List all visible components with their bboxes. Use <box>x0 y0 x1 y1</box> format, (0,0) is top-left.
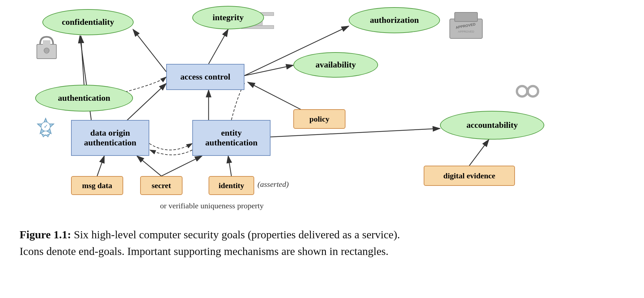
svg-rect-27 <box>46 51 48 54</box>
svg-rect-25 <box>43 40 50 48</box>
or-verifiable-text: or verifiable uniqueness property <box>98 201 326 210</box>
integrity-node: integrity <box>192 6 264 29</box>
entity-auth-label: entity authentication <box>205 128 257 148</box>
svg-line-12 <box>97 156 104 176</box>
secret-label: secret <box>152 181 171 190</box>
access-control-label: access control <box>180 72 230 82</box>
asserted-text: (asserted) <box>257 180 289 189</box>
authentication-node: authentication <box>35 85 133 112</box>
authorization-label: authorization <box>370 15 419 25</box>
data-origin-label: data origin authentication <box>84 128 136 148</box>
policy-node: policy <box>293 109 345 129</box>
identity-node: identity <box>209 176 254 195</box>
authentication-label: authentication <box>58 93 110 103</box>
svg-line-4 <box>123 83 166 124</box>
caption-text2: Icons denote end-goals. Important suppor… <box>20 245 388 257</box>
availability-node: availability <box>293 52 378 78</box>
svg-line-7 <box>209 29 228 64</box>
figure-caption: Figure 1.1: Six high-level computer secu… <box>0 222 644 266</box>
svg-line-13 <box>137 156 161 176</box>
svg-point-34 <box>517 86 527 97</box>
digital-evidence-node: digital evidence <box>424 166 515 186</box>
entity-auth-node: entity authentication <box>192 120 271 156</box>
confidentiality-label: confidentiality <box>62 17 114 27</box>
svg-line-16 <box>469 140 489 166</box>
svg-rect-21 <box>455 12 477 22</box>
diagram-container: APPROVED APPROVED ✓ 24/7 <box>0 0 644 222</box>
svg-line-14 <box>161 156 202 176</box>
data-origin-node: data origin authentication <box>71 120 149 156</box>
svg-line-6 <box>271 128 440 137</box>
svg-line-15 <box>228 156 231 176</box>
digital-evidence-label: digital evidence <box>443 171 495 180</box>
caption-text1: Six high-level computer security goals (… <box>71 229 400 241</box>
svg-point-35 <box>528 86 538 97</box>
identity-label: identity <box>219 181 244 190</box>
svg-text:APPROVED: APPROVED <box>458 30 475 33</box>
secret-node: secret <box>140 176 183 195</box>
figure-label: Figure 1.1: <box>20 229 71 241</box>
svg-line-8 <box>133 29 166 72</box>
svg-marker-31 <box>41 134 50 137</box>
access-control-node: access control <box>166 64 244 90</box>
svg-text:✓: ✓ <box>44 124 48 129</box>
msg-data-label: msg data <box>82 181 112 190</box>
accountability-node: accountability <box>440 111 544 140</box>
authorization-node: authorization <box>349 7 440 33</box>
accountability-label: accountability <box>466 120 518 130</box>
availability-label: availability <box>315 60 356 70</box>
integrity-label: integrity <box>212 13 243 22</box>
svg-line-10 <box>244 65 293 76</box>
policy-label: policy <box>309 115 329 124</box>
confidentiality-node: confidentiality <box>42 9 134 35</box>
msg-data-node: msg data <box>71 176 123 195</box>
